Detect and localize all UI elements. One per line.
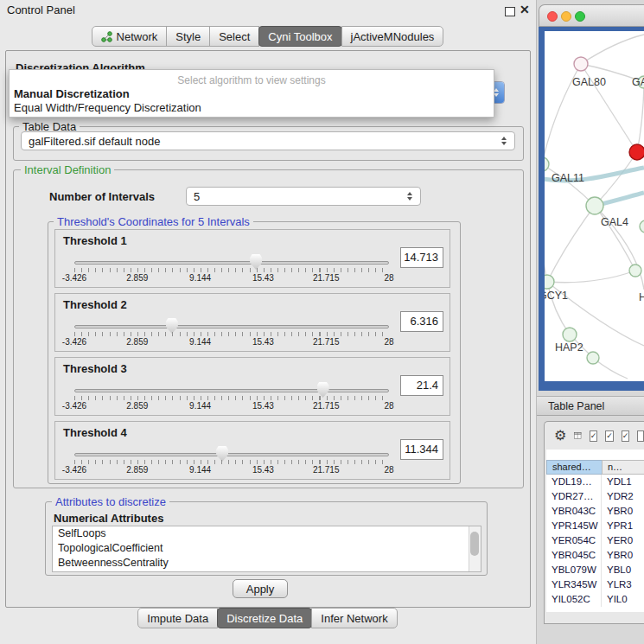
- table-cell[interactable]: YDL1: [602, 475, 644, 489]
- network-node[interactable]: [586, 197, 603, 214]
- checkbox-icon[interactable]: ✓: [605, 430, 614, 442]
- network-edge[interactable]: [545, 164, 595, 206]
- tab-discretize-data[interactable]: Discretize Data: [217, 608, 312, 628]
- tick-label: 21.715: [313, 401, 340, 411]
- tab-cyni-toolbox[interactable]: Cyni Toolbox: [258, 26, 341, 47]
- table-row[interactable]: YBL079WYBL0: [546, 563, 644, 577]
- slider-track[interactable]: [74, 261, 389, 265]
- network-edge[interactable]: [545, 164, 547, 282]
- table-cell[interactable]: YBR0: [602, 504, 644, 519]
- table-cell[interactable]: YDR27…: [546, 489, 602, 504]
- table-cell[interactable]: YER0: [602, 533, 644, 548]
- slider-ticks: [74, 268, 389, 272]
- network-node-label: HAP2: [555, 341, 583, 354]
- network-node[interactable]: [629, 265, 641, 277]
- number-of-intervals-combobox[interactable]: 5: [186, 187, 421, 206]
- node-table-body: YDL19…YDL1YDR27…YDR2YBR043CYBR0YPR145WYP…: [546, 475, 644, 607]
- network-node-label: GAL80: [572, 76, 606, 88]
- tick-label: -3.426: [62, 465, 86, 475]
- table-row[interactable]: YER054CYER0: [546, 533, 644, 548]
- mac-close-icon[interactable]: [547, 11, 558, 22]
- threshold-value-field[interactable]: 11.344: [400, 439, 443, 460]
- dropdown-option-manual[interactable]: Manual Discretization: [14, 87, 130, 100]
- table-cell[interactable]: YLR345W: [546, 577, 602, 592]
- table-cell[interactable]: YBR043C: [546, 504, 602, 519]
- table-cell[interactable]: YER054C: [546, 533, 602, 548]
- checkbox-icon[interactable]: ✓: [622, 430, 630, 442]
- network-canvas[interactable]: GAL80GAGAL11GAL4GCY1HAP2H: [545, 31, 644, 381]
- dropdown-option-equal-width[interactable]: Equal Width/Frequency Discretization: [14, 101, 201, 114]
- table-cell[interactable]: YLR3: [602, 577, 644, 592]
- attribute-item[interactable]: TopologicalCoefficient: [53, 541, 481, 556]
- network-edge[interactable]: [581, 35, 644, 64]
- table-cell[interactable]: YBL079W: [546, 563, 602, 577]
- slider-track[interactable]: [74, 325, 389, 328]
- attribute-item[interactable]: BetweennessCentrality: [53, 556, 481, 571]
- column-header-shared-name[interactable]: shared…: [546, 460, 602, 475]
- slider-track[interactable]: [74, 389, 389, 392]
- table-row[interactable]: YPR145WYPR1: [546, 519, 644, 533]
- table-cell[interactable]: YIL0: [602, 592, 644, 607]
- table-row[interactable]: YDL19…YDL1: [546, 475, 644, 489]
- tab-network[interactable]: Network: [92, 26, 168, 47]
- columns-icon[interactable]: [574, 430, 581, 442]
- tab-select[interactable]: Select: [209, 26, 259, 47]
- table-cell[interactable]: YBR045C: [546, 548, 602, 563]
- combo-arrows-icon[interactable]: [403, 192, 420, 201]
- table-cell[interactable]: YBL0: [602, 563, 644, 577]
- float-window-icon[interactable]: [505, 7, 515, 16]
- table-panel-header[interactable]: Table Panel: [537, 396, 644, 416]
- network-node[interactable]: [545, 275, 554, 289]
- number-of-intervals-label: Number of Intervals: [49, 190, 155, 203]
- list-scrollbar[interactable]: [469, 526, 481, 571]
- network-edge[interactable]: [547, 206, 595, 282]
- network-node[interactable]: [545, 157, 549, 171]
- network-edge[interactable]: [637, 85, 644, 152]
- threshold-value-field[interactable]: 21.4: [400, 375, 443, 396]
- scrollbar-thumb[interactable]: [470, 532, 479, 556]
- table-row[interactable]: YBR043CYBR0: [546, 504, 644, 519]
- checkbox-icon[interactable]: [637, 430, 644, 442]
- settings-gear-icon[interactable]: ⚙: [554, 429, 566, 443]
- threshold-slider[interactable]: -3.4262.8599.14415.4321.71528: [74, 380, 389, 413]
- network-window-titlebar[interactable]: [539, 4, 644, 27]
- tab-infer-network[interactable]: Infer Network: [311, 608, 397, 628]
- table-row[interactable]: YIL052CYIL0: [546, 592, 644, 607]
- table-row[interactable]: YLR345WYLR3: [546, 577, 644, 592]
- attributes-list[interactable]: SelfLoopsTopologicalCoefficientBetweenne…: [52, 526, 481, 572]
- column-header-name[interactable]: n…: [602, 460, 644, 475]
- threshold-slider[interactable]: -3.4262.8599.14415.4321.71528: [74, 316, 389, 349]
- tick-labels: -3.4262.8599.14415.4321.71528: [74, 401, 389, 411]
- attribute-item[interactable]: SelfLoops: [53, 526, 481, 541]
- mac-zoom-icon[interactable]: [575, 11, 585, 22]
- mac-minimize-icon[interactable]: [561, 11, 571, 22]
- table-cell[interactable]: YPR145W: [546, 519, 602, 533]
- network-node[interactable]: [563, 328, 577, 341]
- checkbox-icon[interactable]: ✓: [590, 430, 598, 442]
- tab-style[interactable]: Style: [166, 26, 210, 47]
- network-edge[interactable]: [547, 271, 635, 283]
- table-cell[interactable]: YDR2: [602, 489, 644, 504]
- table-cell[interactable]: YIL052C: [546, 592, 602, 607]
- table-row[interactable]: YBR045CYBR0: [546, 548, 644, 563]
- combo-arrows-icon[interactable]: [497, 137, 514, 145]
- threshold-value-field[interactable]: 6.316: [400, 311, 443, 332]
- threshold-slider[interactable]: -3.4262.8599.14415.4321.71528: [74, 252, 389, 285]
- table-data-combobox[interactable]: galFiltered.sif default node: [21, 131, 515, 150]
- table-cell[interactable]: YPR1: [602, 519, 644, 533]
- tick-label: 28: [384, 401, 393, 411]
- threshold-value-field[interactable]: 14.713: [400, 247, 443, 268]
- tab-jactivemnodules[interactable]: jActiveMNodules: [341, 26, 444, 47]
- network-node[interactable]: [587, 352, 599, 364]
- close-window-icon[interactable]: ✕: [520, 3, 530, 16]
- table-cell[interactable]: YDL19…: [546, 475, 602, 489]
- table-cell[interactable]: YBR0: [602, 548, 644, 563]
- network-node[interactable]: [574, 57, 588, 71]
- threshold-slider[interactable]: -3.4262.8599.14415.4321.71528: [74, 444, 389, 477]
- slider-track[interactable]: [74, 453, 389, 456]
- network-node[interactable]: [629, 144, 644, 160]
- apply-button[interactable]: Apply: [233, 579, 288, 598]
- tab-impute-data[interactable]: Impute Data: [137, 608, 218, 628]
- table-row[interactable]: YDR27…YDR2: [546, 489, 644, 504]
- network-node[interactable]: [640, 220, 644, 233]
